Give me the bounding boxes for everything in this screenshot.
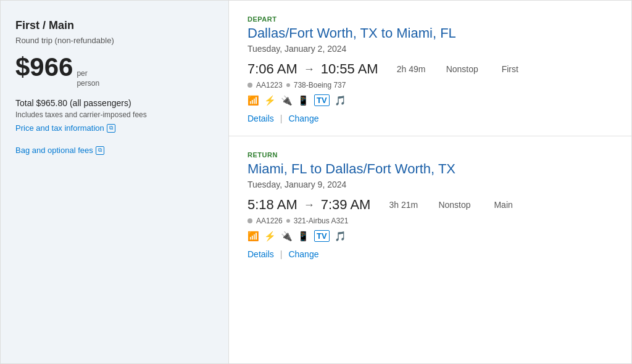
return-nonstop: Nonstop	[438, 200, 488, 210]
depart-arrive-time: 10:55 AM	[321, 61, 378, 77]
return-usb-icon: 🔌	[281, 231, 293, 242]
price-tax-link[interactable]: Price and tax information ⧉	[15, 123, 115, 133]
return-section: RETURN Miami, FL to Dallas/Fort Worth, T…	[229, 136, 631, 271]
return-duration: 3h 21m	[389, 200, 432, 210]
return-music-icon: 🎵	[335, 231, 346, 242]
depart-section: DEPART Dallas/Fort Worth, TX to Miami, F…	[229, 1, 631, 136]
left-panel: First / Main Round trip (non-refundable)…	[1, 1, 229, 363]
phone-icon: 📱	[297, 95, 309, 106]
return-amenities: 📶 ⚡ 🔌 📱 TV 🎵	[247, 230, 613, 242]
per-person: per person	[77, 69, 99, 88]
return-aircraft: 321-Airbus A321	[294, 217, 349, 225]
wifi-icon: 📶	[247, 95, 259, 106]
return-action-separator: |	[280, 249, 283, 259]
return-dot-icon-2	[286, 219, 290, 223]
return-meta: AA1226 321-Airbus A321	[247, 217, 613, 225]
return-date: Tuesday, January 9, 2024	[247, 180, 613, 189]
return-route: Miami, FL to Dallas/Fort Worth, TX	[247, 161, 613, 177]
depart-aircraft: 738-Boeing 737	[294, 81, 346, 89]
depart-nonstop: Nonstop	[446, 64, 496, 74]
depart-cabin: First	[502, 64, 518, 74]
return-tag: RETURN	[247, 151, 613, 159]
total-price: Total $965.80 (all passengers)	[15, 98, 214, 108]
fare-title: First / Main	[15, 19, 214, 32]
depart-duration: 2h 49m	[397, 64, 440, 74]
return-wifi-icon: 📶	[247, 231, 259, 242]
dot-icon	[247, 83, 252, 88]
action-separator: |	[280, 114, 283, 123]
depart-tag: DEPART	[247, 15, 613, 23]
depart-change-link[interactable]: Change	[288, 114, 318, 123]
price-main: $966	[15, 52, 73, 82]
depart-amenities: 📶 ⚡ 🔌 📱 TV 🎵	[247, 94, 613, 106]
dot-icon-2	[286, 83, 290, 87]
return-arrive-time: 7:39 AM	[321, 197, 371, 213]
return-details-link[interactable]: Details	[247, 249, 274, 259]
return-depart-time: 5:18 AM	[247, 197, 297, 213]
price-row: $966 per person	[15, 52, 214, 88]
depart-route: Dallas/Fort Worth, TX to Miami, FL	[247, 25, 613, 41]
return-times-row: 5:18 AM → 7:39 AM 3h 21m Nonstop Main	[247, 197, 613, 213]
return-change-link[interactable]: Change	[288, 249, 318, 259]
return-cabin: Main	[494, 200, 512, 210]
includes-taxes: Includes taxes and carrier-imposed fees	[15, 110, 214, 119]
music-icon: 🎵	[335, 95, 346, 106]
right-panel: DEPART Dallas/Fort Worth, TX to Miami, F…	[229, 1, 631, 363]
return-phone-icon: 📱	[297, 231, 309, 242]
tv-icon: TV	[314, 94, 330, 106]
bag-fees-link[interactable]: Bag and optional fees ⧉	[15, 146, 104, 155]
return-dot-icon	[247, 218, 252, 223]
return-tv-icon: TV	[314, 230, 330, 242]
depart-time: 7:06 AM	[247, 61, 297, 77]
depart-meta: AA1223 738-Boeing 737	[247, 81, 613, 89]
depart-date: Tuesday, January 2, 2024	[247, 44, 613, 54]
power-icon: ⚡	[264, 95, 276, 106]
return-arrow-icon: →	[304, 199, 315, 212]
depart-details-link[interactable]: Details	[247, 114, 274, 123]
usb-icon: 🔌	[281, 95, 293, 106]
external-link-icon: ⧉	[107, 124, 115, 133]
return-actions: Details | Change	[247, 249, 613, 259]
depart-actions: Details | Change	[247, 114, 613, 123]
round-trip-label: Round trip (non-refundable)	[15, 36, 214, 45]
depart-times-row: 7:06 AM → 10:55 AM 2h 49m Nonstop First	[247, 61, 613, 77]
return-power-icon: ⚡	[264, 231, 276, 242]
arrow-icon: →	[304, 63, 315, 76]
external-link-icon-2: ⧉	[96, 146, 104, 155]
return-flight-number: AA1226	[256, 217, 283, 225]
depart-flight-number: AA1223	[256, 81, 283, 89]
